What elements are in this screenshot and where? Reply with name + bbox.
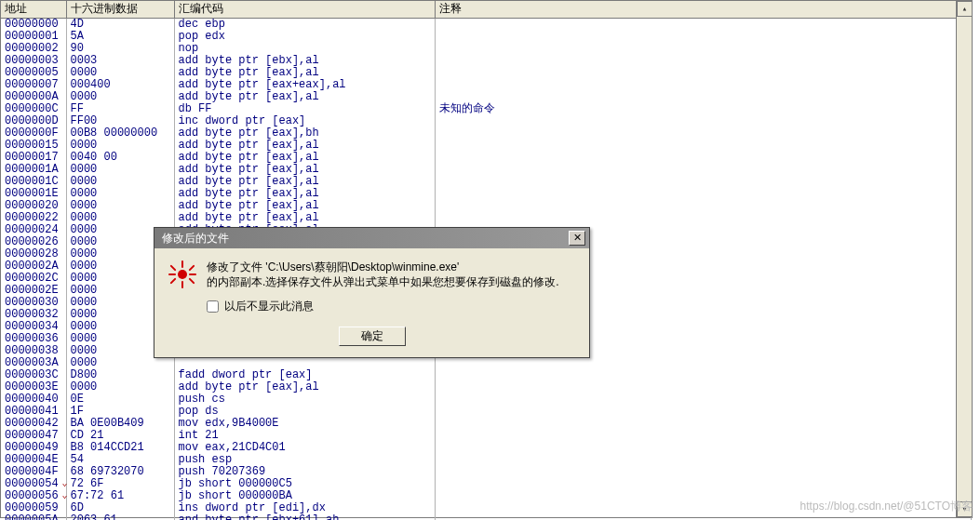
cell-address: 00000000 (1, 18, 66, 31)
cell-asm: inc dword ptr [eax] (174, 115, 435, 127)
table-row[interactable]: 0000005A2063 61and byte ptr [ebx+61],ah (1, 514, 972, 521)
cell-address: 00000030 (1, 297, 66, 309)
cell-address: 00000054⌄ (1, 478, 66, 490)
cell-hex: B8 014CCD21 (66, 442, 174, 454)
cell-hex: 0000 (66, 381, 174, 393)
cell-asm: add byte ptr [eax+eax],al (174, 79, 435, 91)
jump-marker-icon: ⌄ (61, 477, 67, 489)
table-row[interactable]: 000000220000add byte ptr [eax],al (1, 212, 972, 224)
cell-asm: add byte ptr [eax],al (174, 212, 435, 224)
cell-comment (435, 127, 972, 140)
cell-hex: 0000 (66, 67, 174, 79)
scroll-down-button[interactable]: ▾ (957, 501, 973, 517)
table-row[interactable]: 0000000DFF00inc dword ptr [eax] (1, 115, 972, 127)
cell-address: 00000038 (1, 345, 66, 357)
cell-asm: int 21 (174, 430, 435, 442)
cell-address: 0000000A (1, 91, 66, 103)
cell-address: 00000028 (1, 248, 66, 260)
table-row[interactable]: 000000411Fpop ds (1, 406, 972, 418)
cell-address: 00000034 (1, 321, 66, 333)
dialog-message-line2: 的内部副本.选择保存文件从弹出式菜单中如果您想要保存到磁盘的修改. (207, 274, 559, 289)
cell-asm: add byte ptr [eax],al (174, 381, 435, 393)
cell-hex: 0040 00 (66, 152, 174, 164)
cell-hex: 4D (66, 18, 174, 31)
table-row[interactable]: 0000000CFFdb FF未知的命令 (1, 103, 972, 115)
dialog-message-line1: 修改了文件 'C:\Users\蔡朝阳\Desktop\winmine.exe' (207, 260, 559, 274)
svg-rect-7 (169, 277, 176, 284)
table-row[interactable]: 000000200000add byte ptr [eax],al (1, 200, 972, 212)
cell-address: 0000002C (1, 273, 66, 285)
cell-hex: 0000 (66, 176, 174, 188)
svg-point-0 (178, 270, 187, 279)
table-row[interactable]: 000000170040 00add byte ptr [eax],al (1, 152, 972, 164)
cell-asm: mov eax,21CD4C01 (174, 442, 435, 454)
col-header-comment[interactable]: 注释 (435, 1, 972, 18)
cell-address: 0000003A (1, 357, 66, 369)
table-row[interactable]: 0000003E0000add byte ptr [eax],al (1, 381, 972, 393)
dialog-titlebar[interactable]: 修改后的文件 ✕ (154, 228, 589, 248)
cell-hex: FF (66, 103, 174, 115)
cell-comment (435, 55, 972, 67)
dialog-close-button[interactable]: ✕ (569, 231, 585, 246)
table-row[interactable]: 000000596Dins dword ptr [edi],dx (1, 502, 972, 514)
col-header-asm[interactable]: 汇编代码 (174, 1, 435, 18)
cell-hex: 90 (66, 43, 174, 55)
scroll-up-button[interactable]: ▴ (957, 1, 973, 17)
table-row[interactable]: 0000000F00B8 00000000add byte ptr [eax],… (1, 127, 972, 140)
table-row[interactable]: 00000056⌄67:72 61jb short 000000BA (1, 490, 972, 502)
cell-asm: nop (174, 43, 435, 55)
cell-address: 00000056⌄ (1, 490, 66, 502)
table-row[interactable]: 0000003CD800fadd dword ptr [eax] (1, 369, 972, 381)
cell-address: 0000003C (1, 369, 66, 381)
table-row[interactable]: 00000047CD 21int 21 (1, 430, 972, 442)
dont-show-again-checkbox[interactable] (207, 300, 219, 313)
cell-hex: 6D (66, 502, 174, 514)
table-row[interactable]: 000000150000add byte ptr [eax],al (1, 140, 972, 152)
cell-comment (435, 31, 972, 43)
cell-address: 00000026 (1, 236, 66, 248)
cell-comment (435, 454, 972, 466)
table-row[interactable]: 00000049B8 014CCD21mov eax,21CD4C01 (1, 442, 972, 454)
table-row[interactable]: 00000007000400add byte ptr [eax+eax],al (1, 79, 972, 91)
table-row[interactable]: 000000400Epush cs (1, 393, 972, 406)
dialog-message: 修改了文件 'C:\Users\蔡朝阳\Desktop\winmine.exe'… (207, 260, 559, 313)
cell-comment (435, 357, 972, 369)
cell-comment (435, 478, 972, 490)
table-row[interactable]: 0000004E54push esp (1, 454, 972, 466)
cell-comment (435, 152, 972, 164)
table-row[interactable]: 0000000A0000add byte ptr [eax],al (1, 91, 972, 103)
cell-address: 00000049 (1, 442, 66, 454)
cell-comment (435, 91, 972, 103)
cell-address: 00000007 (1, 79, 66, 91)
cell-address: 00000041 (1, 406, 66, 418)
ok-button[interactable]: 确定 (339, 327, 406, 346)
cell-address: 00000042 (1, 418, 66, 430)
cell-comment (435, 200, 972, 212)
cell-address: 0000001E (1, 188, 66, 200)
table-row[interactable]: 0000001A0000add byte ptr [eax],al (1, 164, 972, 176)
cell-comment (435, 212, 972, 224)
table-row[interactable]: 0000000290nop (1, 43, 972, 55)
table-row[interactable]: 000000050000add byte ptr [eax],al (1, 67, 972, 79)
col-header-hex[interactable]: 十六进制数据 (66, 1, 174, 18)
table-row[interactable]: 0000004F68 69732070push 70207369 (1, 466, 972, 478)
cell-asm: add byte ptr [eax],al (174, 140, 435, 152)
cell-comment (435, 140, 972, 152)
cell-address: 00000001 (1, 31, 66, 43)
table-row[interactable]: 0000003A0000 (1, 357, 972, 369)
table-row[interactable]: 0000001C0000add byte ptr [eax],al (1, 176, 972, 188)
table-row[interactable]: 000000015Apop edx (1, 31, 972, 43)
vertical-scrollbar[interactable]: ▴ ▾ (956, 1, 972, 517)
table-row[interactable]: 00000042BA 0E00B409mov edx,9B4000E (1, 418, 972, 430)
cell-asm: pop ds (174, 406, 435, 418)
table-row[interactable]: 0000001E0000add byte ptr [eax],al (1, 188, 972, 200)
col-header-address[interactable]: 地址 (1, 1, 66, 18)
table-row[interactable]: 000000004Ddec ebp (1, 18, 972, 31)
cell-hex: 0003 (66, 55, 174, 67)
table-row[interactable]: 00000054⌄72 6Fjb short 000000C5 (1, 478, 972, 490)
table-row[interactable]: 000000030003add byte ptr [ebx],al (1, 55, 972, 67)
cell-asm: push 70207369 (174, 466, 435, 478)
cell-hex: 0000 (66, 164, 174, 176)
cell-hex: 54 (66, 454, 174, 466)
cell-hex: CD 21 (66, 430, 174, 442)
